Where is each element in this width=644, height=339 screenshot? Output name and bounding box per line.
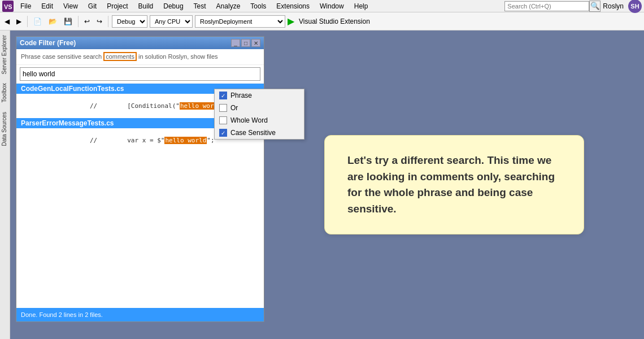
or-check <box>219 104 227 112</box>
phrase-label: Phrase <box>230 92 252 99</box>
menu-file[interactable]: File <box>16 1 36 11</box>
status-text: Done. Found 2 lines in 2 files. <box>21 311 103 318</box>
toolbar-new[interactable]: 📄 <box>31 15 44 28</box>
tooltip-box: Let's try a different search. This time … <box>324 135 584 234</box>
search-input[interactable] <box>504 1 589 11</box>
search-box: 🔍 Roslyn SH <box>504 0 642 13</box>
code-filter-search-input[interactable] <box>20 67 260 81</box>
sidebar-item-toolbox[interactable]: Toolbox <box>0 79 10 107</box>
toolbar-open[interactable]: 📂 <box>46 15 59 28</box>
case-sensitive-label: Case Sensitive <box>230 129 276 137</box>
menu-debug[interactable]: Debug <box>159 1 188 11</box>
hint-text-before: Phrase case sensitive search <box>21 53 103 60</box>
right-panel: Let's try a different search. This time … <box>264 31 644 339</box>
dropdown-item-or[interactable]: Or <box>215 102 304 114</box>
status-bar: Done. Found 2 lines in 2 files. <box>16 308 264 321</box>
menu-help[interactable]: Help <box>350 1 373 11</box>
menu-tools[interactable]: Tools <box>246 1 271 11</box>
play-icon: ▶ <box>288 16 294 27</box>
toolbar-back[interactable]: ◀ <box>2 15 12 28</box>
menu-extensions[interactable]: Extensions <box>272 1 314 11</box>
menu-build[interactable]: Build <box>134 1 158 11</box>
menu-analyze[interactable]: Analyze <box>212 1 245 11</box>
vs-logo: VS <box>2 1 14 12</box>
menu-test[interactable]: Test <box>189 1 211 11</box>
whole-word-label: Whole Word <box>230 116 268 124</box>
phrase-check: ✓ <box>219 92 227 99</box>
project-dropdown[interactable]: RoslynDeployment <box>195 15 285 28</box>
code-suffix-2: "; <box>207 137 214 144</box>
toolbar-sep-3 <box>108 16 108 27</box>
menu-items: File Edit View Git Project Build Debug T… <box>16 1 372 11</box>
whole-word-check <box>219 116 227 124</box>
close-button[interactable]: ✕ <box>251 39 260 47</box>
menu-edit[interactable]: Edit <box>37 1 58 11</box>
sidebar-item-data-sources[interactable]: Data Sources <box>0 107 10 151</box>
code-filter-title: Code Filter (Free) <box>20 39 231 47</box>
sidebar-item-server-explorer[interactable]: Server Explorer <box>0 31 10 79</box>
user-name: Roslyn <box>603 2 624 10</box>
restore-button[interactable]: □ <box>241 39 250 47</box>
toolbar-sep-1 <box>27 16 28 27</box>
hint-text: Phrase case sensitive search comments in… <box>16 49 264 65</box>
hint-text-after: in solution Roslyn, show files <box>137 53 218 60</box>
run-button[interactable]: Visual Studio Extension <box>297 15 372 28</box>
menu-project[interactable]: Project <box>102 1 132 11</box>
code-filter-titlebar: Code Filter (Free) _ □ ✕ <box>16 37 264 49</box>
search-row <box>16 65 264 84</box>
toolbar-sep-2 <box>78 16 79 27</box>
user-avatar: SH <box>628 0 642 13</box>
search-button[interactable]: 🔍 <box>589 1 601 12</box>
svg-text:VS: VS <box>4 3 12 10</box>
menu-view[interactable]: View <box>59 1 82 11</box>
code-filter-window: Code Filter (Free) _ □ ✕ Phrase case sen… <box>16 36 264 322</box>
menu-git[interactable]: Git <box>84 1 101 11</box>
or-label: Or <box>230 104 238 112</box>
code-highlight-2: hello world <box>164 137 207 144</box>
toolbar-redo[interactable]: ↪ <box>94 15 105 28</box>
side-tabs: Server Explorer Toolbox Data Sources <box>0 31 10 339</box>
minimize-button[interactable]: _ <box>231 39 240 47</box>
dropdown-item-phrase[interactable]: ✓ Phrase <box>215 89 304 102</box>
code-prefix-1: // [Conditional(" <box>60 102 180 110</box>
main-area: Server Explorer Toolbox Data Sources Cod… <box>0 31 644 339</box>
toolbar-save[interactable]: 💾 <box>62 15 75 28</box>
toolbar-undo[interactable]: ↩ <box>82 15 92 28</box>
menu-window[interactable]: Window <box>315 1 349 11</box>
toolbar: ◀ ▶ 📄 📂 💾 ↩ ↪ Debug Any CPU RoslynDeploy… <box>0 12 644 31</box>
tooltip-text: Let's try a different search. This time … <box>347 154 555 215</box>
dropdown-item-case-sensitive[interactable]: ✓ Case Sensitive <box>215 127 304 139</box>
case-sensitive-check: ✓ <box>219 129 227 137</box>
title-buttons: _ □ ✕ <box>231 39 260 47</box>
dropdown-item-whole-word[interactable]: Whole Word <box>215 114 304 127</box>
search-options-dropdown: ✓ Phrase Or Whole Word ✓ Case Sensitive <box>214 89 304 140</box>
menu-bar: VS File Edit View Git Project Build Debu… <box>0 0 644 12</box>
config-dropdown[interactable]: Debug <box>112 15 147 28</box>
platform-dropdown[interactable]: Any CPU <box>150 15 193 28</box>
toolbar-forward[interactable]: ▶ <box>14 15 24 28</box>
code-prefix-2: // var x = $" <box>60 137 164 144</box>
hint-highlight: comments <box>103 52 137 61</box>
